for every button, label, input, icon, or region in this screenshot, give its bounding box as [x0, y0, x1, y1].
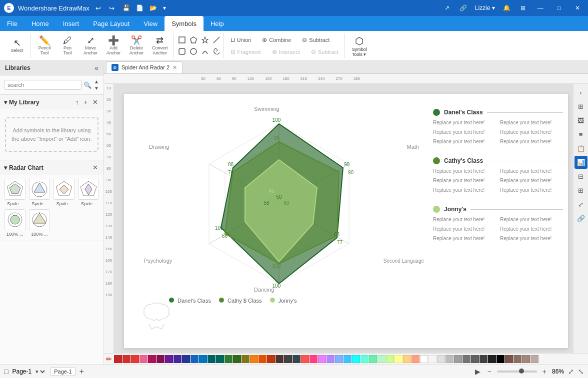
- color-swatch[interactable]: [437, 355, 445, 363]
- color-swatch[interactable]: [258, 355, 266, 363]
- color-swatch[interactable]: [335, 355, 343, 363]
- fragment-button[interactable]: ⊟ Fragment: [227, 46, 264, 57]
- pencil-tool-button[interactable]: ✏️ PencilTool: [34, 34, 56, 58]
- color-swatch[interactable]: [386, 355, 394, 363]
- combine-button[interactable]: ⊕ Combine: [258, 34, 294, 45]
- page-dropdown[interactable]: ▾: [34, 368, 46, 375]
- symbol-tools-button[interactable]: ⬡ SymbolTools ▾: [348, 34, 372, 58]
- color-swatch[interactable]: [360, 355, 368, 363]
- color-swatch[interactable]: [156, 355, 164, 363]
- color-swatch[interactable]: [233, 355, 241, 363]
- move-anchor-button[interactable]: ⤢ MoveAnchor: [80, 34, 102, 58]
- more-icon-button[interactable]: ▾: [161, 3, 168, 12]
- color-swatch[interactable]: [199, 355, 207, 363]
- rounded-square-button[interactable]: [177, 46, 187, 56]
- color-pencil-icon[interactable]: ✏: [106, 355, 112, 363]
- format-icon-button[interactable]: ⊞: [574, 100, 588, 113]
- link2-icon-button[interactable]: 🔗: [574, 212, 588, 225]
- chart-icon-button[interactable]: 📊: [574, 156, 588, 169]
- grid2-icon-button[interactable]: ⊞: [574, 184, 588, 197]
- new-icon-button[interactable]: 📄: [134, 3, 146, 12]
- pen-tool-button[interactable]: 🖊 PenTool: [56, 34, 78, 58]
- star-shape-button[interactable]: [200, 35, 210, 45]
- color-swatch[interactable]: [480, 355, 488, 363]
- color-swatch[interactable]: [242, 355, 250, 363]
- zoom-slider-thumb[interactable]: [519, 369, 524, 374]
- color-swatch[interactable]: [131, 355, 139, 363]
- color-swatch[interactable]: [122, 355, 130, 363]
- play-button[interactable]: ▶: [474, 368, 482, 376]
- color-swatch[interactable]: [462, 355, 470, 363]
- layers-icon-button[interactable]: ≡: [574, 128, 588, 141]
- add-page-button[interactable]: +: [80, 367, 84, 376]
- tab-spider-radar[interactable]: D Spider And Radar 2 ✕: [106, 61, 182, 73]
- intersect-button[interactable]: ⊗ Intersect: [268, 46, 304, 57]
- color-swatch[interactable]: [326, 355, 334, 363]
- delete-anchor-button[interactable]: ✂️ DeleteAnchor: [126, 34, 148, 58]
- color-swatch[interactable]: [190, 355, 198, 363]
- table-icon-button[interactable]: ⊟: [574, 170, 588, 183]
- tab-close-button[interactable]: ✕: [172, 64, 177, 71]
- connect-button[interactable]: 🔗: [458, 3, 469, 12]
- color-swatch[interactable]: [454, 355, 462, 363]
- menu-file[interactable]: File: [0, 16, 24, 31]
- search-input[interactable]: [4, 80, 82, 90]
- menu-view[interactable]: View: [136, 16, 164, 31]
- add-anchor-button[interactable]: ➕ AddAnchor: [102, 34, 124, 58]
- image-icon-button[interactable]: 🖼: [574, 114, 588, 127]
- radar-header[interactable]: ▾ Radar Chart ✕: [0, 160, 104, 175]
- redo-button[interactable]: ↪: [107, 3, 116, 13]
- zoom-out-button[interactable]: −: [486, 368, 493, 376]
- color-swatch[interactable]: [530, 355, 538, 363]
- color-swatch[interactable]: [165, 355, 173, 363]
- subtract-button[interactable]: ⊖ Subtract: [298, 34, 333, 45]
- fit-page-button[interactable]: ⤢: [568, 368, 574, 376]
- color-swatch[interactable]: [310, 355, 318, 363]
- undo-button[interactable]: ↩: [94, 3, 103, 13]
- square-shape-button[interactable]: [177, 35, 187, 45]
- sidebar-collapse-button[interactable]: «: [94, 64, 98, 72]
- zoom-in-button[interactable]: +: [541, 368, 548, 376]
- color-swatch[interactable]: [318, 355, 326, 363]
- color-swatch[interactable]: [505, 355, 513, 363]
- spiral-shape-button[interactable]: [212, 46, 222, 56]
- list-item[interactable]: Spide...: [4, 179, 26, 206]
- color-swatch[interactable]: [224, 355, 232, 363]
- open-icon-button[interactable]: 📂: [148, 3, 159, 12]
- maximize-button[interactable]: □: [554, 0, 565, 16]
- share-button[interactable]: ↗: [442, 3, 452, 12]
- menu-symbols[interactable]: Symbols: [164, 16, 204, 31]
- color-swatch[interactable]: [488, 355, 496, 363]
- import-library-button[interactable]: ↑: [74, 98, 80, 106]
- close-library-button[interactable]: ✕: [91, 98, 100, 106]
- search-icon[interactable]: 🔍: [84, 81, 92, 89]
- close-button[interactable]: ✕: [571, 0, 584, 16]
- sidebar-toggle-button[interactable]: □: [4, 368, 8, 376]
- color-swatch[interactable]: [403, 355, 411, 363]
- my-library-header[interactable]: ▾ My Library ↑ + ✕: [0, 95, 104, 109]
- user-label[interactable]: Lizzie ▾: [475, 4, 495, 11]
- color-swatch[interactable]: [140, 355, 148, 363]
- color-swatch[interactable]: [182, 355, 190, 363]
- grid-icon-button[interactable]: ⊞: [518, 3, 528, 12]
- color-swatch[interactable]: [514, 355, 522, 363]
- color-swatch[interactable]: [394, 355, 402, 363]
- select-tool-button[interactable]: ↖ Select: [6, 34, 28, 58]
- minimize-button[interactable]: —: [534, 0, 548, 16]
- color-swatch[interactable]: [301, 355, 309, 363]
- scroll-up-button[interactable]: ▲: [94, 78, 100, 85]
- close-radar-button[interactable]: ✕: [91, 163, 100, 172]
- color-swatch[interactable]: [428, 355, 436, 363]
- color-swatch[interactable]: [344, 355, 352, 363]
- color-swatch[interactable]: [471, 355, 479, 363]
- zoom-slider[interactable]: [497, 371, 537, 373]
- color-swatch[interactable]: [378, 355, 386, 363]
- color-swatch[interactable]: [369, 355, 377, 363]
- subtract2-button[interactable]: ⊖ Subtract: [308, 46, 342, 57]
- bell-icon-button[interactable]: 🔔: [501, 3, 512, 12]
- list-item[interactable]: Spide...: [28, 179, 50, 206]
- color-swatch[interactable]: [352, 355, 360, 363]
- list-item[interactable]: Spide...: [78, 179, 100, 206]
- color-swatch[interactable]: [292, 355, 300, 363]
- arc-shape-button[interactable]: [200, 46, 210, 56]
